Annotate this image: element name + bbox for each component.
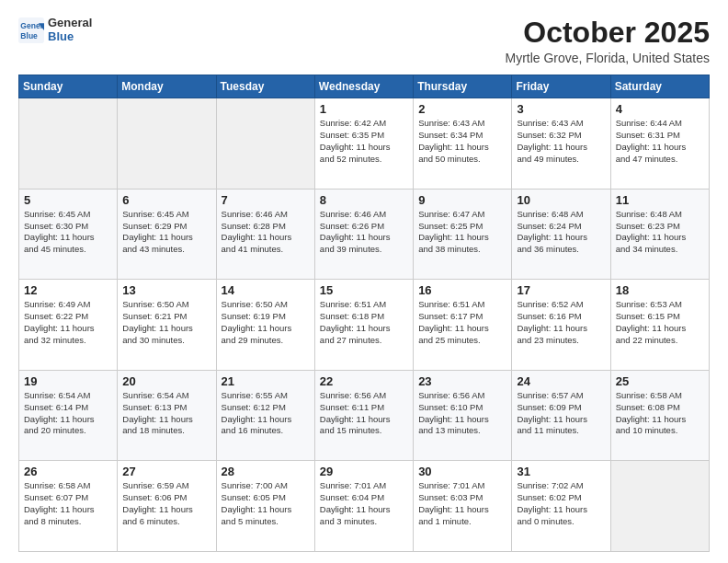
day-number: 6 <box>122 193 210 207</box>
calendar-table: SundayMondayTuesdayWednesdayThursdayFrid… <box>18 75 710 552</box>
header: General Blue General Blue October 2025 M… <box>18 17 710 65</box>
day-number: 26 <box>24 465 112 478</box>
day-detail: Sunrise: 6:48 AM Sunset: 6:23 PM Dayligh… <box>616 209 687 254</box>
day-number: 8 <box>320 193 408 207</box>
day-detail: Sunrise: 6:54 AM Sunset: 6:14 PM Dayligh… <box>24 390 95 435</box>
calendar-body: 1Sunrise: 6:42 AM Sunset: 6:35 PM Daylig… <box>19 98 710 552</box>
day-number: 11 <box>616 193 704 207</box>
day-number: 15 <box>320 283 408 297</box>
logo: General Blue General Blue <box>18 17 92 44</box>
svg-text:General: General <box>20 21 44 30</box>
calendar-cell: 3Sunrise: 6:43 AM Sunset: 6:32 PM Daylig… <box>512 98 610 190</box>
day-detail: Sunrise: 6:50 AM Sunset: 6:21 PM Dayligh… <box>122 299 193 344</box>
calendar-cell: 13Sunrise: 6:50 AM Sunset: 6:21 PM Dayli… <box>118 280 216 371</box>
day-detail: Sunrise: 6:45 AM Sunset: 6:29 PM Dayligh… <box>122 209 193 254</box>
calendar-cell: 1Sunrise: 6:42 AM Sunset: 6:35 PM Daylig… <box>314 98 413 190</box>
day-detail: Sunrise: 6:43 AM Sunset: 6:32 PM Dayligh… <box>517 118 587 163</box>
day-number: 28 <box>222 465 310 478</box>
day-detail: Sunrise: 6:42 AM Sunset: 6:35 PM Dayligh… <box>320 118 391 163</box>
day-detail: Sunrise: 7:02 AM Sunset: 6:02 PM Dayligh… <box>517 480 587 525</box>
page: General Blue General Blue October 2025 M… <box>0 0 728 563</box>
day-number: 9 <box>418 193 506 207</box>
calendar-cell <box>19 98 118 190</box>
day-detail: Sunrise: 6:56 AM Sunset: 6:11 PM Dayligh… <box>320 390 391 435</box>
calendar-cell: 9Sunrise: 6:47 AM Sunset: 6:25 PM Daylig… <box>414 189 512 280</box>
day-number: 19 <box>24 374 112 388</box>
calendar-cell: 16Sunrise: 6:51 AM Sunset: 6:17 PM Dayli… <box>414 280 512 371</box>
calendar-header: SundayMondayTuesdayWednesdayThursdayFrid… <box>19 75 710 98</box>
day-detail: Sunrise: 6:58 AM Sunset: 6:07 PM Dayligh… <box>24 480 95 525</box>
day-number: 10 <box>517 193 605 207</box>
day-detail: Sunrise: 7:01 AM Sunset: 6:04 PM Dayligh… <box>320 480 391 525</box>
day-number: 21 <box>222 374 310 388</box>
calendar-cell: 7Sunrise: 6:46 AM Sunset: 6:28 PM Daylig… <box>216 189 314 280</box>
day-detail: Sunrise: 6:56 AM Sunset: 6:10 PM Dayligh… <box>418 390 489 435</box>
day-number: 16 <box>418 283 506 297</box>
calendar-cell <box>216 98 314 190</box>
day-detail: Sunrise: 6:47 AM Sunset: 6:25 PM Dayligh… <box>418 209 489 254</box>
calendar-cell: 22Sunrise: 6:56 AM Sunset: 6:11 PM Dayli… <box>314 370 413 461</box>
day-detail: Sunrise: 6:59 AM Sunset: 6:06 PM Dayligh… <box>122 480 193 525</box>
day-detail: Sunrise: 6:57 AM Sunset: 6:09 PM Dayligh… <box>517 390 587 435</box>
main-title: October 2025 <box>505 17 710 49</box>
day-number: 22 <box>320 374 408 388</box>
calendar-cell: 8Sunrise: 6:46 AM Sunset: 6:26 PM Daylig… <box>314 189 413 280</box>
calendar-cell: 10Sunrise: 6:48 AM Sunset: 6:24 PM Dayli… <box>512 189 610 280</box>
calendar-cell: 12Sunrise: 6:49 AM Sunset: 6:22 PM Dayli… <box>19 280 118 371</box>
calendar-week-3: 12Sunrise: 6:49 AM Sunset: 6:22 PM Dayli… <box>19 280 710 371</box>
calendar-cell: 18Sunrise: 6:53 AM Sunset: 6:15 PM Dayli… <box>610 280 709 371</box>
day-number: 1 <box>320 102 408 116</box>
calendar-cell: 5Sunrise: 6:45 AM Sunset: 6:30 PM Daylig… <box>19 189 118 280</box>
calendar-cell: 25Sunrise: 6:58 AM Sunset: 6:08 PM Dayli… <box>610 370 709 461</box>
day-detail: Sunrise: 6:50 AM Sunset: 6:19 PM Dayligh… <box>222 299 292 344</box>
day-number: 24 <box>517 374 605 388</box>
day-header-monday: Monday <box>118 75 216 98</box>
svg-text:Blue: Blue <box>20 30 38 40</box>
calendar-cell: 17Sunrise: 6:52 AM Sunset: 6:16 PM Dayli… <box>512 280 610 371</box>
logo-icon: General Blue <box>18 17 44 43</box>
calendar-cell: 28Sunrise: 7:00 AM Sunset: 6:05 PM Dayli… <box>216 461 314 552</box>
day-detail: Sunrise: 6:58 AM Sunset: 6:08 PM Dayligh… <box>616 390 687 435</box>
day-number: 13 <box>122 283 210 297</box>
calendar-cell: 6Sunrise: 6:45 AM Sunset: 6:29 PM Daylig… <box>118 189 216 280</box>
day-detail: Sunrise: 7:00 AM Sunset: 6:05 PM Dayligh… <box>222 480 292 525</box>
day-detail: Sunrise: 6:43 AM Sunset: 6:34 PM Dayligh… <box>418 118 489 163</box>
day-detail: Sunrise: 6:53 AM Sunset: 6:15 PM Dayligh… <box>616 299 687 344</box>
calendar-cell: 20Sunrise: 6:54 AM Sunset: 6:13 PM Dayli… <box>118 370 216 461</box>
day-header-sunday: Sunday <box>19 75 118 98</box>
day-number: 3 <box>517 102 605 116</box>
calendar-cell: 19Sunrise: 6:54 AM Sunset: 6:14 PM Dayli… <box>19 370 118 461</box>
day-number: 30 <box>418 465 506 478</box>
calendar-week-2: 5Sunrise: 6:45 AM Sunset: 6:30 PM Daylig… <box>19 189 710 280</box>
calendar-cell: 15Sunrise: 6:51 AM Sunset: 6:18 PM Dayli… <box>314 280 413 371</box>
calendar-cell <box>610 461 709 552</box>
calendar-week-5: 26Sunrise: 6:58 AM Sunset: 6:07 PM Dayli… <box>19 461 710 552</box>
day-number: 5 <box>24 193 112 207</box>
calendar-cell: 29Sunrise: 7:01 AM Sunset: 6:04 PM Dayli… <box>314 461 413 552</box>
calendar-cell: 21Sunrise: 6:55 AM Sunset: 6:12 PM Dayli… <box>216 370 314 461</box>
day-detail: Sunrise: 6:49 AM Sunset: 6:22 PM Dayligh… <box>24 299 95 344</box>
day-number: 17 <box>517 283 605 297</box>
calendar-cell: 14Sunrise: 6:50 AM Sunset: 6:19 PM Dayli… <box>216 280 314 371</box>
day-detail: Sunrise: 7:01 AM Sunset: 6:03 PM Dayligh… <box>418 480 489 525</box>
day-number: 31 <box>517 465 605 478</box>
day-header-tuesday: Tuesday <box>216 75 314 98</box>
day-number: 23 <box>418 374 506 388</box>
day-number: 20 <box>122 374 210 388</box>
calendar-cell: 23Sunrise: 6:56 AM Sunset: 6:10 PM Dayli… <box>414 370 512 461</box>
calendar-cell: 26Sunrise: 6:58 AM Sunset: 6:07 PM Dayli… <box>19 461 118 552</box>
day-header-saturday: Saturday <box>610 75 709 98</box>
calendar-cell: 2Sunrise: 6:43 AM Sunset: 6:34 PM Daylig… <box>414 98 512 190</box>
day-header-row: SundayMondayTuesdayWednesdayThursdayFrid… <box>19 75 710 98</box>
day-detail: Sunrise: 6:52 AM Sunset: 6:16 PM Dayligh… <box>517 299 587 344</box>
calendar-cell: 27Sunrise: 6:59 AM Sunset: 6:06 PM Dayli… <box>118 461 216 552</box>
calendar-cell: 31Sunrise: 7:02 AM Sunset: 6:02 PM Dayli… <box>512 461 610 552</box>
calendar-cell: 24Sunrise: 6:57 AM Sunset: 6:09 PM Dayli… <box>512 370 610 461</box>
day-number: 12 <box>24 283 112 297</box>
day-detail: Sunrise: 6:51 AM Sunset: 6:17 PM Dayligh… <box>418 299 489 344</box>
day-number: 18 <box>616 283 704 297</box>
day-header-friday: Friday <box>512 75 610 98</box>
title-block: October 2025 Myrtle Grove, Florida, Unit… <box>505 17 710 65</box>
day-detail: Sunrise: 6:46 AM Sunset: 6:26 PM Dayligh… <box>320 209 391 254</box>
calendar-cell: 4Sunrise: 6:44 AM Sunset: 6:31 PM Daylig… <box>610 98 709 190</box>
